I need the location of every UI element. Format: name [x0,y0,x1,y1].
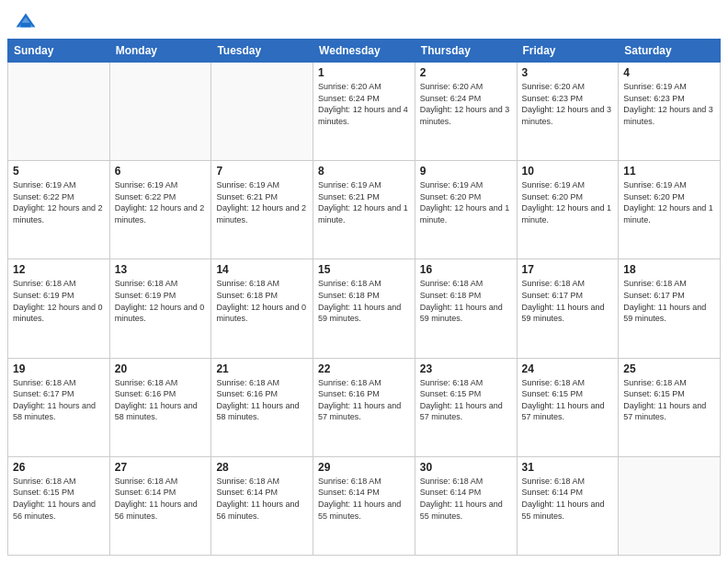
day-cell: 9Sunrise: 6:19 AM Sunset: 6:20 PM Daylig… [415,161,517,259]
day-info: Sunrise: 6:18 AM Sunset: 6:15 PM Dayligh… [420,377,512,423]
day-cell: 12Sunrise: 6:18 AM Sunset: 6:19 PM Dayli… [8,259,110,358]
day-cell: 28Sunrise: 6:18 AM Sunset: 6:14 PM Dayli… [211,456,313,555]
day-number: 22 [318,362,410,375]
day-number: 31 [522,461,614,474]
day-number: 17 [522,263,614,276]
day-cell: 17Sunrise: 6:18 AM Sunset: 6:17 PM Dayli… [517,259,619,358]
day-cell: 16Sunrise: 6:18 AM Sunset: 6:18 PM Dayli… [415,259,517,358]
day-cell: 6Sunrise: 6:19 AM Sunset: 6:22 PM Daylig… [109,161,211,259]
day-info: Sunrise: 6:18 AM Sunset: 6:16 PM Dayligh… [318,377,410,423]
day-number: 6 [115,165,207,178]
day-info: Sunrise: 6:19 AM Sunset: 6:20 PM Dayligh… [623,179,715,225]
calendar-table: SundayMondayTuesdayWednesdayThursdayFrid… [7,39,721,556]
day-number: 1 [318,66,410,79]
day-cell: 15Sunrise: 6:18 AM Sunset: 6:18 PM Dayli… [313,259,415,358]
day-info: Sunrise: 6:19 AM Sunset: 6:22 PM Dayligh… [13,179,105,225]
day-number: 16 [420,263,512,276]
day-info: Sunrise: 6:18 AM Sunset: 6:19 PM Dayligh… [13,278,105,324]
day-cell: 24Sunrise: 6:18 AM Sunset: 6:15 PM Dayli… [517,358,619,456]
day-cell: 30Sunrise: 6:18 AM Sunset: 6:14 PM Dayli… [415,456,517,555]
calendar-header: SundayMondayTuesdayWednesdayThursdayFrid… [8,40,721,63]
day-number: 13 [115,263,207,276]
day-cell [619,456,721,555]
day-info: Sunrise: 6:18 AM Sunset: 6:15 PM Dayligh… [522,377,614,423]
day-cell: 1Sunrise: 6:20 AM Sunset: 6:24 PM Daylig… [313,63,415,161]
day-info: Sunrise: 6:18 AM Sunset: 6:16 PM Dayligh… [115,377,207,423]
day-cell: 4Sunrise: 6:19 AM Sunset: 6:23 PM Daylig… [619,63,721,161]
day-number: 12 [13,263,105,276]
day-info: Sunrise: 6:19 AM Sunset: 6:21 PM Dayligh… [318,179,410,225]
day-info: Sunrise: 6:19 AM Sunset: 6:23 PM Dayligh… [623,81,715,127]
svg-rect-2 [20,23,30,28]
day-number: 28 [216,461,308,474]
day-info: Sunrise: 6:18 AM Sunset: 6:14 PM Dayligh… [115,476,207,522]
weekday-saturday: Saturday [619,40,721,63]
day-number: 2 [420,66,512,79]
day-number: 19 [13,362,105,375]
day-cell: 5Sunrise: 6:19 AM Sunset: 6:22 PM Daylig… [8,161,110,259]
day-number: 21 [216,362,308,375]
day-cell: 27Sunrise: 6:18 AM Sunset: 6:14 PM Dayli… [109,456,211,555]
week-row-4: 26Sunrise: 6:18 AM Sunset: 6:15 PM Dayli… [8,456,721,555]
calendar-body: 1Sunrise: 6:20 AM Sunset: 6:24 PM Daylig… [8,63,721,556]
day-info: Sunrise: 6:18 AM Sunset: 6:14 PM Dayligh… [318,476,410,522]
day-number: 20 [115,362,207,375]
day-number: 5 [13,165,105,178]
day-number: 27 [115,461,207,474]
day-cell: 3Sunrise: 6:20 AM Sunset: 6:23 PM Daylig… [517,63,619,161]
day-number: 24 [522,362,614,375]
day-cell [109,63,211,161]
day-cell: 8Sunrise: 6:19 AM Sunset: 6:21 PM Daylig… [313,161,415,259]
day-cell [211,63,313,161]
weekday-wednesday: Wednesday [313,40,415,63]
day-cell: 10Sunrise: 6:19 AM Sunset: 6:20 PM Dayli… [517,161,619,259]
day-number: 3 [522,66,614,79]
page: SundayMondayTuesdayWednesdayThursdayFrid… [0,0,728,563]
day-cell: 29Sunrise: 6:18 AM Sunset: 6:14 PM Dayli… [313,456,415,555]
weekday-friday: Friday [517,40,619,63]
weekday-header-row: SundayMondayTuesdayWednesdayThursdayFrid… [8,40,721,63]
day-info: Sunrise: 6:20 AM Sunset: 6:24 PM Dayligh… [318,81,410,127]
day-info: Sunrise: 6:18 AM Sunset: 6:18 PM Dayligh… [318,278,410,324]
weekday-monday: Monday [109,40,211,63]
day-cell [8,63,110,161]
day-number: 23 [420,362,512,375]
day-cell: 21Sunrise: 6:18 AM Sunset: 6:16 PM Dayli… [211,358,313,456]
day-info: Sunrise: 6:18 AM Sunset: 6:18 PM Dayligh… [420,278,512,324]
day-number: 7 [216,165,308,178]
day-cell: 31Sunrise: 6:18 AM Sunset: 6:14 PM Dayli… [517,456,619,555]
day-cell: 2Sunrise: 6:20 AM Sunset: 6:24 PM Daylig… [415,63,517,161]
day-info: Sunrise: 6:18 AM Sunset: 6:18 PM Dayligh… [216,278,308,324]
week-row-3: 19Sunrise: 6:18 AM Sunset: 6:17 PM Dayli… [8,358,721,456]
day-info: Sunrise: 6:19 AM Sunset: 6:20 PM Dayligh… [420,179,512,225]
day-number: 25 [623,362,715,375]
day-number: 8 [318,165,410,178]
day-info: Sunrise: 6:19 AM Sunset: 6:20 PM Dayligh… [522,179,614,225]
day-number: 26 [13,461,105,474]
day-cell: 22Sunrise: 6:18 AM Sunset: 6:16 PM Dayli… [313,358,415,456]
day-number: 4 [623,66,715,79]
week-row-1: 5Sunrise: 6:19 AM Sunset: 6:22 PM Daylig… [8,161,721,259]
day-info: Sunrise: 6:18 AM Sunset: 6:14 PM Dayligh… [216,476,308,522]
day-info: Sunrise: 6:18 AM Sunset: 6:19 PM Dayligh… [115,278,207,324]
week-row-2: 12Sunrise: 6:18 AM Sunset: 6:19 PM Dayli… [8,259,721,358]
day-info: Sunrise: 6:20 AM Sunset: 6:24 PM Dayligh… [420,81,512,127]
day-number: 15 [318,263,410,276]
weekday-thursday: Thursday [415,40,517,63]
day-info: Sunrise: 6:18 AM Sunset: 6:15 PM Dayligh… [623,377,715,423]
day-info: Sunrise: 6:20 AM Sunset: 6:23 PM Dayligh… [522,81,614,127]
day-info: Sunrise: 6:18 AM Sunset: 6:14 PM Dayligh… [522,476,614,522]
weekday-tuesday: Tuesday [211,40,313,63]
day-number: 14 [216,263,308,276]
day-cell: 26Sunrise: 6:18 AM Sunset: 6:15 PM Dayli… [8,456,110,555]
logo [15,11,40,33]
day-info: Sunrise: 6:18 AM Sunset: 6:15 PM Dayligh… [13,476,105,522]
day-number: 30 [420,461,512,474]
day-info: Sunrise: 6:19 AM Sunset: 6:22 PM Dayligh… [115,179,207,225]
day-cell: 18Sunrise: 6:18 AM Sunset: 6:17 PM Dayli… [619,259,721,358]
calendar: SundayMondayTuesdayWednesdayThursdayFrid… [0,39,728,563]
day-info: Sunrise: 6:18 AM Sunset: 6:16 PM Dayligh… [216,377,308,423]
week-row-0: 1Sunrise: 6:20 AM Sunset: 6:24 PM Daylig… [8,63,721,161]
day-info: Sunrise: 6:18 AM Sunset: 6:17 PM Dayligh… [522,278,614,324]
day-cell: 13Sunrise: 6:18 AM Sunset: 6:19 PM Dayli… [109,259,211,358]
